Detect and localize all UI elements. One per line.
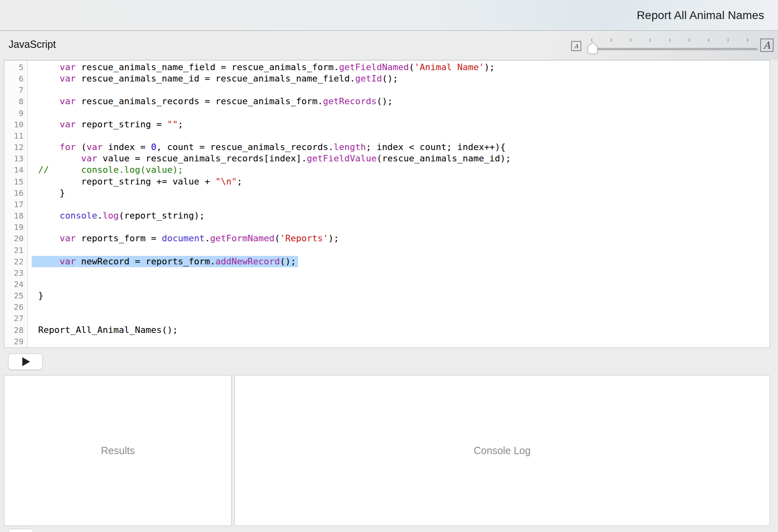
line-number: 28 (4, 324, 27, 336)
code-lines[interactable]: var rescue_animals_name_field = rescue_a… (28, 60, 769, 348)
font-size-large-icon: A (760, 39, 774, 52)
code-line[interactable]: Report_All_Animal_Names(); (38, 324, 769, 336)
code-line[interactable]: report_string += value + "\n"; (38, 176, 769, 187)
slider-track[interactable] (587, 48, 758, 50)
code-line[interactable] (38, 130, 769, 142)
script-title: Report All Animal Names (637, 9, 764, 22)
code-line[interactable]: } (38, 290, 769, 301)
slider-tick (669, 39, 670, 42)
line-number: 21 (4, 245, 27, 256)
code-line[interactable] (38, 301, 769, 313)
code-line[interactable]: var rescue_animals_name_field = rescue_a… (38, 62, 769, 73)
font-size-slider[interactable] (587, 37, 758, 56)
play-icon (22, 357, 30, 366)
line-number: 27 (4, 313, 27, 324)
line-number: 17 (4, 199, 27, 210)
code-line[interactable] (38, 336, 769, 347)
line-number: 13 (4, 153, 27, 164)
line-number: 9 (4, 107, 27, 119)
results-placeholder: Results (101, 445, 135, 457)
line-number: 19 (4, 221, 27, 233)
code-line[interactable] (38, 107, 769, 119)
line-number: 29 (4, 336, 27, 347)
line-number: 15 (4, 176, 27, 187)
slider-tick (611, 39, 612, 42)
code-line[interactable]: var reports_form = document.getFormNamed… (38, 233, 769, 244)
clipped-bottom-button[interactable] (8, 529, 33, 532)
line-number: 22 (4, 256, 27, 267)
run-script-button[interactable] (8, 354, 43, 370)
line-number: 24 (4, 279, 27, 290)
slider-thumb[interactable] (587, 42, 598, 56)
selected-code[interactable]: var newRecord = reports_form.addNewRecor… (32, 256, 298, 267)
slider-tick (591, 39, 592, 42)
font-size-small-icon: A (571, 41, 581, 51)
slider-thumb-pointer-icon (588, 43, 597, 54)
code-line[interactable] (38, 313, 769, 324)
code-line[interactable] (38, 84, 769, 96)
console-log-panel[interactable]: Console Log (234, 375, 770, 526)
code-line[interactable]: console.log(report_string); (38, 210, 769, 221)
line-number: 25 (4, 290, 27, 301)
code-line[interactable]: var report_string = ""; (38, 119, 769, 130)
line-number: 12 (4, 142, 27, 153)
slider-tick (708, 39, 709, 42)
line-number: 7 (4, 84, 27, 96)
code-line[interactable] (38, 221, 769, 233)
slider-ticks (591, 39, 748, 42)
code-line[interactable] (38, 279, 769, 290)
code-line[interactable]: var value = rescue_animals_records[index… (38, 153, 769, 164)
line-number: 5 (4, 62, 27, 73)
code-line[interactable] (38, 245, 769, 256)
slider-tick (747, 39, 748, 42)
slider-tick (650, 39, 651, 42)
line-number: 23 (4, 267, 27, 279)
slider-tick (630, 39, 631, 42)
line-number: 6 (4, 73, 27, 84)
code-line[interactable]: } (38, 187, 769, 199)
code-editor[interactable]: 5678910111213141516171819202122232425262… (4, 60, 770, 348)
line-number: 8 (4, 96, 27, 107)
code-line[interactable] (38, 267, 769, 279)
title-bar: Report All Animal Names (0, 0, 778, 31)
line-number: 10 (4, 119, 27, 130)
script-toolbar: JavaScript A A (0, 31, 778, 60)
code-line[interactable] (38, 199, 769, 210)
slider-tick (728, 39, 729, 42)
line-number: 16 (4, 187, 27, 199)
language-label: JavaScript (9, 39, 56, 50)
line-number: 18 (4, 210, 27, 221)
code-line[interactable]: var rescue_animals_name_id = rescue_anim… (38, 73, 769, 84)
slider-tick (689, 39, 690, 42)
code-line[interactable]: var newRecord = reports_form.addNewRecor… (38, 256, 769, 267)
code-line[interactable]: var rescue_animals_records = rescue_anim… (38, 96, 769, 107)
line-number: 20 (4, 233, 27, 244)
code-line[interactable]: // console.log(value); (38, 164, 769, 176)
line-number: 26 (4, 301, 27, 313)
code-line[interactable]: for (var index = 0, count = rescue_anima… (38, 142, 769, 153)
line-number-gutter: 5678910111213141516171819202122232425262… (4, 60, 28, 348)
line-number: 14 (4, 164, 27, 176)
results-panel[interactable]: Results (4, 375, 232, 526)
line-number: 11 (4, 130, 27, 142)
console-log-placeholder: Console Log (474, 445, 531, 457)
